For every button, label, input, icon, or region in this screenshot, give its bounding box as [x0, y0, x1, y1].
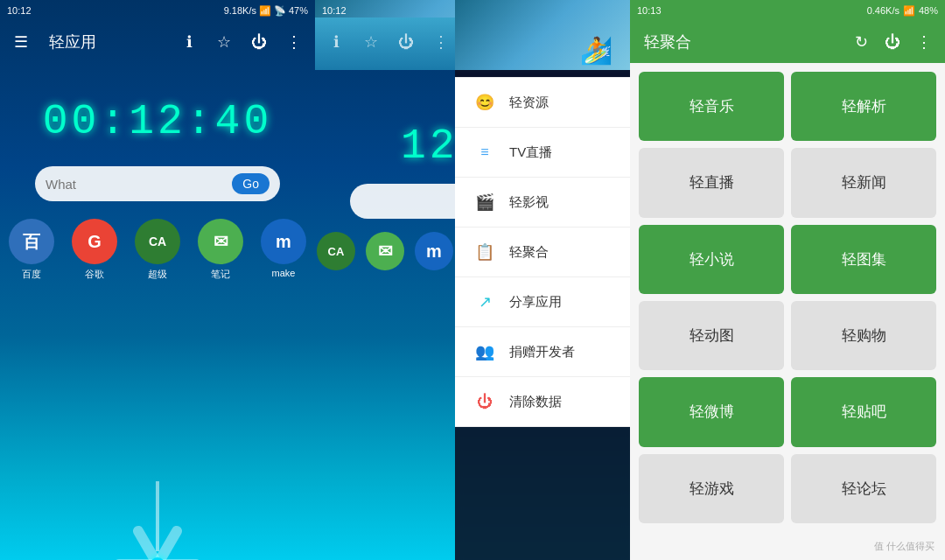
speed-1: 9.18K/s — [224, 5, 256, 16]
status-bar-3: 10:13 0.46K/s 📶 48% — [630, 0, 945, 21]
menu-icon-1[interactable]: ☰ — [10, 32, 32, 52]
share-icon: ↗ — [472, 290, 497, 314]
google-label: 谷歌 — [85, 268, 104, 281]
menu-label-clear: 清除数据 — [509, 394, 562, 410]
menu-label-share: 分享应用 — [509, 294, 562, 311]
star-icon-1[interactable]: ☆ — [214, 32, 234, 52]
menu-item-share[interactable]: ↗ 分享应用 — [455, 277, 630, 327]
grid-btn-9[interactable]: 轻贴吧 — [791, 377, 936, 446]
info-icon-2[interactable]: ℹ — [326, 32, 346, 52]
app-icons-2: CA ✉ m — [315, 232, 455, 270]
menu-label-donate: 捐赠开发者 — [509, 344, 575, 360]
fan-body — [105, 551, 210, 560]
time-3: 10:13 — [637, 5, 662, 16]
grid-btn-3[interactable]: 轻新闻 — [791, 148, 936, 217]
status-left-1: 10:12 — [7, 5, 32, 16]
note-icon: ✉ — [198, 219, 243, 264]
speed-3: 0.46K/s — [867, 5, 900, 16]
ca-icon-2: CA — [317, 232, 355, 270]
menu-item-donate[interactable]: 👥 捐赠开发者 — [455, 327, 630, 377]
panel-3: 10:13 0.46K/s 📶 48% 轻聚合 ↻ ⏻ ⋮ 轻音乐轻解析轻直播轻… — [630, 0, 945, 560]
clear-icon: ⏻ — [472, 389, 497, 414]
app-make-2[interactable]: m — [415, 232, 453, 270]
make-icon: m — [261, 219, 306, 264]
toolbar-3: 轻聚合 ↻ ⏻ ⋮ — [630, 21, 945, 63]
more-icon-3[interactable]: ⋮ — [914, 32, 934, 52]
more-icon-2[interactable]: ⋮ — [430, 32, 452, 52]
power-icon-3[interactable]: ⏻ — [882, 32, 903, 52]
menu-item-clear[interactable]: ⏻ 清除数据 — [455, 377, 630, 427]
movie-icon: 🎬 — [472, 190, 497, 214]
fan — [105, 481, 210, 560]
app-note-2[interactable]: ✉ — [366, 232, 404, 270]
app-ca-2[interactable]: CA — [317, 232, 355, 270]
ca-label: 超级 — [148, 268, 167, 281]
grid-btn-11[interactable]: 轻论坛 — [791, 454, 936, 523]
note-icon-2: ✉ — [366, 232, 404, 270]
app-ca[interactable]: CA 超级 — [135, 219, 180, 281]
app-title-1: 轻应用 — [49, 32, 164, 52]
app-google[interactable]: G 谷歌 — [72, 219, 117, 281]
menu-label-aggregate: 轻聚合 — [509, 244, 549, 261]
status-right-1: 9.18K/s 📶 📡 47% — [224, 5, 308, 17]
time-1: 10:12 — [7, 5, 32, 16]
grid-btn-4[interactable]: 轻小说 — [639, 225, 784, 294]
grid-btn-2[interactable]: 轻直播 — [639, 148, 784, 217]
tv-icon: ≡ — [472, 140, 497, 164]
p3-app-title: 轻聚合 — [644, 32, 840, 52]
menu-item-tv[interactable]: ≡ TV直播 — [455, 128, 630, 178]
menu-item-aggregate[interactable]: 📋 轻聚合 — [455, 228, 630, 277]
grid-btn-0[interactable]: 轻音乐 — [639, 72, 784, 141]
battery-3: 48% — [919, 5, 938, 16]
menu-item-qingyuansu[interactable]: 😊 轻资源 — [455, 77, 630, 128]
power-icon-1[interactable]: ⏻ — [248, 32, 270, 52]
search-bar-1[interactable]: Go — [35, 166, 280, 201]
wifi-icon-3: 📶 — [903, 5, 915, 17]
star-icon-2[interactable]: ☆ — [360, 32, 382, 52]
refresh-icon[interactable]: ↻ — [850, 32, 872, 52]
panel-2: 🏄 10:12 48% ℹ ☆ ⏻ ⋮ 12:49 Go CA ✉ m 🏄 😊 — [315, 0, 630, 560]
toolbar-1: ☰ 轻应用 ℹ ☆ ⏻ ⋮ — [0, 21, 315, 63]
app-icons-1: 百 百度 G 谷歌 CA 超级 ✉ 笔记 m make — [0, 219, 315, 281]
watermark: 值 什么值得买 — [630, 532, 945, 560]
grid-btn-1[interactable]: 轻解析 — [791, 72, 936, 141]
battery-label-1: 47% — [289, 5, 308, 16]
app-note[interactable]: ✉ 笔记 — [198, 219, 243, 281]
search-go-1[interactable]: Go — [232, 173, 270, 194]
grid-btn-10[interactable]: 轻游戏 — [639, 454, 784, 523]
baidu-label: 百度 — [22, 268, 41, 281]
time-2: 10:12 — [322, 5, 346, 16]
donate-icon: 👥 — [472, 340, 497, 364]
note-label: 笔记 — [211, 268, 230, 281]
power-icon-2[interactable]: ⏻ — [396, 32, 416, 52]
smiley-icon: 😊 — [472, 90, 497, 115]
fan-pole — [156, 481, 159, 551]
google-icon: G — [72, 219, 117, 264]
make-icon-2: m — [415, 232, 453, 270]
info-icon-1[interactable]: ℹ — [178, 32, 200, 52]
grid-btn-7[interactable]: 轻购物 — [791, 301, 936, 370]
dropdown-items-list: 😊 轻资源 ≡ TV直播 🎬 轻影视 📋 轻聚合 ↗ 分享应用 👥 捐赠开发 — [455, 70, 630, 434]
menu-item-movie[interactable]: 🎬 轻影视 — [455, 178, 630, 228]
app-baidu[interactable]: 百 百度 — [9, 219, 54, 281]
app-make[interactable]: m make — [261, 219, 306, 281]
aggregate-icon: 📋 — [472, 240, 497, 264]
search-input-1[interactable] — [46, 177, 232, 192]
status-bar-1: 10:12 9.18K/s 📶 📡 47% — [0, 0, 315, 21]
panel-1: 10:12 9.18K/s 📶 📡 47% ☰ 轻应用 ℹ ☆ ⏻ ⋮ 00:1… — [0, 0, 315, 560]
button-grid: 轻音乐轻解析轻直播轻新闻轻小说轻图集轻动图轻购物轻微博轻贴吧轻游戏轻论坛 — [630, 63, 945, 532]
menu-label-qingyuansu: 轻资源 — [509, 94, 549, 111]
clock-1: 00:12:40 — [0, 98, 315, 145]
wifi-icon-1: 📶 — [259, 5, 271, 17]
menu-label-movie: 轻影视 — [509, 194, 549, 211]
ca-icon: CA — [135, 219, 180, 264]
more-icon-1[interactable]: ⋮ — [284, 32, 304, 52]
menu-label-tv: TV直播 — [509, 144, 552, 161]
grid-btn-5[interactable]: 轻图集 — [791, 225, 936, 294]
grid-btn-8[interactable]: 轻微博 — [639, 377, 784, 446]
grid-btn-6[interactable]: 轻动图 — [639, 301, 784, 370]
signal-icon-1: 📡 — [274, 5, 286, 17]
make-label: make — [272, 268, 296, 278]
dropdown-menu: 🏄 😊 轻资源 ≡ TV直播 🎬 轻影视 📋 轻聚合 ↗ 分享应用 — [455, 0, 630, 560]
dropdown-header-image: 🏄 — [455, 0, 630, 70]
